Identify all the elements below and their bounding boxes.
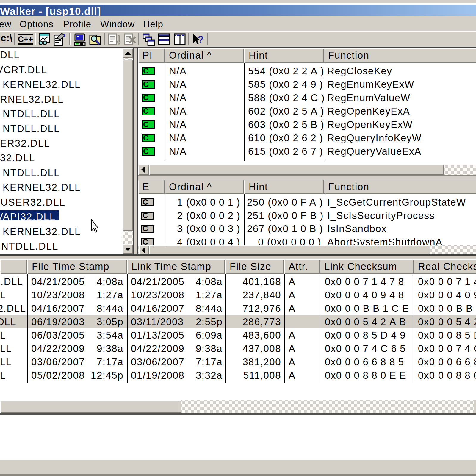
svg-text:?: ?	[198, 34, 205, 45]
